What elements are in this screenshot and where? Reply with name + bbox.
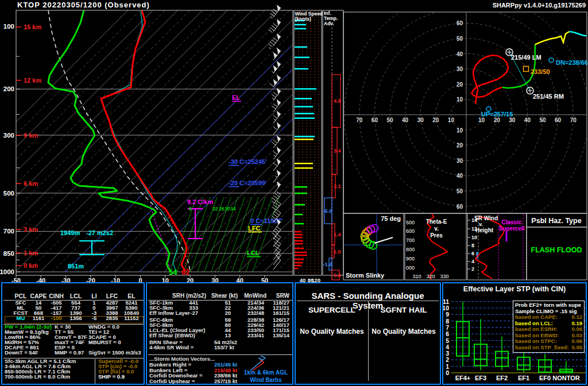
svg-text:30: 30 bbox=[225, 206, 230, 212]
svg-text:LFC: LFC bbox=[248, 225, 260, 232]
svg-text:50: 50 bbox=[386, 117, 393, 123]
kin-layer: Eff Shear (EBWD) bbox=[149, 333, 195, 338]
svg-text:30: 30 bbox=[457, 158, 463, 164]
svg-text:Height: Height bbox=[475, 227, 494, 233]
sars-hail-header: SGFNT HAIL bbox=[369, 306, 438, 314]
svg-text:Adv.: Adv. bbox=[324, 21, 334, 26]
svg-text:3 km: 3 km bbox=[24, 226, 38, 233]
svg-text:500: 500 bbox=[3, 190, 14, 197]
svg-text:40: 40 bbox=[457, 173, 463, 179]
svg-text:6 km: 6 km bbox=[24, 180, 38, 187]
svg-text:UP=257/15: UP=257/15 bbox=[481, 111, 513, 118]
stp-legend-line1: Prob EF2+ torn with supe bbox=[515, 302, 582, 308]
svg-text:233/50: 233/50 bbox=[531, 68, 550, 75]
svg-text:-30 C=25245': -30 C=25245' bbox=[229, 158, 267, 165]
kin-header: SRH (m2/s2) bbox=[172, 293, 206, 299]
parcel-header: CINH bbox=[49, 293, 64, 299]
svg-text:12 km: 12 km bbox=[24, 77, 41, 84]
kin-header: SRW bbox=[276, 293, 289, 299]
svg-text:10: 10 bbox=[471, 235, 477, 240]
svg-text:2: 2 bbox=[471, 266, 474, 272]
svg-text:251/45 RM: 251/45 RM bbox=[533, 93, 564, 100]
sars-panel[interactable]: SARS - Sounding Analogue System SUPERCEL… bbox=[295, 282, 441, 385]
svg-text:0 km: 0 km bbox=[24, 262, 38, 269]
thermo-indices-panel[interactable]: PCLCAPECINHLCLLILFCELSFC14-5055541428752… bbox=[1, 282, 145, 385]
svg-text:850: 850 bbox=[3, 250, 14, 257]
kin-header: Shear (kt) bbox=[211, 293, 238, 299]
svg-text:62: 62 bbox=[181, 268, 189, 276]
svg-text:20: 20 bbox=[457, 142, 463, 149]
svg-text:Classic: Classic bbox=[501, 219, 521, 225]
hazard-panel: Psbl Haz. TypeFLASH FLOOD bbox=[527, 213, 587, 280]
svg-text:20: 20 bbox=[494, 117, 501, 123]
parcel-header: CAPE bbox=[30, 293, 47, 299]
svg-text:300: 300 bbox=[3, 132, 14, 139]
sars-hail-matches: No Quality Matches bbox=[369, 327, 438, 336]
svg-text:5.0: 5.0 bbox=[334, 272, 341, 278]
sars-supercell-matches: No Quality Matches bbox=[297, 327, 366, 336]
svg-text:SR Wind: SR Wind bbox=[474, 215, 498, 221]
svg-text:320: 320 bbox=[426, 274, 435, 279]
kin-layer: Eff Inflow Layer bbox=[149, 310, 190, 316]
svg-text:1949m: 1949m bbox=[60, 229, 80, 236]
stp-probability-legend: Prob EF2+ torn with supe Sample CLIMO = … bbox=[513, 301, 585, 353]
svg-text:-20 C=20599': -20 C=20599' bbox=[229, 180, 267, 186]
hodo-6-9km bbox=[535, 32, 570, 45]
kinematics-panel[interactable]: SRH (m2/s2)Shear (kt)MnWindSRWSFC-1km441… bbox=[146, 282, 293, 385]
svg-text:20: 20 bbox=[457, 81, 463, 88]
svg-text:70: 70 bbox=[356, 117, 363, 123]
svg-text:4: 4 bbox=[471, 259, 474, 264]
svg-text:800: 800 bbox=[406, 247, 415, 252]
hodo-9-12km bbox=[570, 32, 588, 36]
stp-prob-row: based on CAPE:0.12 bbox=[515, 314, 582, 321]
svg-text:900: 900 bbox=[406, 256, 415, 262]
temp-advection-panel: Inf.Temp.Adv.4.93.42.1-5.01.41.0-1.45.0 bbox=[323, 10, 343, 280]
storm-slinky-panel: 75 degStorm Slinky bbox=[343, 213, 404, 280]
svg-text:6: 6 bbox=[189, 206, 192, 212]
sars-divider bbox=[368, 301, 369, 381]
parcel-header: LFC bbox=[106, 293, 118, 299]
smv-value: 257/15 kt bbox=[214, 379, 237, 384]
skewt-plot-area bbox=[0, 10, 538, 272]
thermo-index: SigSvr = 1500 m3/s3 bbox=[88, 350, 141, 356]
svg-text:9.2 C/km: 9.2 C/km bbox=[187, 198, 213, 205]
svg-text:26: 26 bbox=[219, 206, 225, 212]
sr-wind-panel: 1412108642SR Windv.HeightClassicSupercel… bbox=[467, 213, 527, 280]
svg-text:70: 70 bbox=[570, 117, 577, 123]
svg-text:310: 310 bbox=[412, 274, 421, 279]
parcel-header: EL bbox=[127, 293, 135, 299]
svg-text:50: 50 bbox=[539, 117, 546, 123]
svg-text:1000: 1000 bbox=[0, 268, 14, 275]
svg-text:851m: 851m bbox=[68, 263, 84, 270]
thermo-index: MBURST = 0 bbox=[88, 340, 121, 345]
kin-value: 20 bbox=[225, 310, 231, 316]
parcel-header: LI bbox=[91, 293, 96, 299]
thermo-index: MMP = 0.97 bbox=[55, 350, 84, 356]
parcel-header: LCL bbox=[70, 293, 82, 299]
svg-text:40: 40 bbox=[402, 117, 409, 123]
svg-text:200: 200 bbox=[3, 85, 14, 92]
svg-text:215/49 LM: 215/49 LM bbox=[511, 54, 541, 61]
kin-value: 13 bbox=[225, 333, 231, 338]
svg-text:10: 10 bbox=[457, 96, 463, 103]
svg-text:700: 700 bbox=[3, 228, 14, 235]
svg-text:30: 30 bbox=[457, 66, 463, 72]
svg-text:FLASH FLOOD: FLASH FLOOD bbox=[531, 246, 582, 254]
svg-text:60: 60 bbox=[372, 117, 378, 123]
kin-label: 4-6km SR Wind = bbox=[149, 345, 194, 350]
svg-text:Psbl Haz. Type: Psbl Haz. Type bbox=[531, 217, 581, 225]
svg-text:15 km: 15 km bbox=[24, 24, 41, 30]
svg-text:54: 54 bbox=[169, 268, 177, 276]
hodo-3-6km bbox=[502, 45, 535, 88]
svg-text:10: 10 bbox=[457, 127, 463, 134]
svg-text:v.: v. bbox=[434, 225, 439, 232]
svg-text:v.: v. bbox=[479, 221, 483, 227]
kin-value: 135/14 bbox=[273, 333, 289, 338]
svg-text:50: 50 bbox=[457, 36, 463, 42]
svg-text:Theta-E: Theta-E bbox=[426, 219, 447, 225]
svg-text:60: 60 bbox=[457, 20, 463, 26]
svg-text:700: 700 bbox=[406, 237, 415, 243]
svg-text:-1.4: -1.4 bbox=[323, 262, 332, 267]
svg-text:60: 60 bbox=[555, 117, 562, 123]
kin-value: 153/7 kt bbox=[214, 345, 234, 350]
